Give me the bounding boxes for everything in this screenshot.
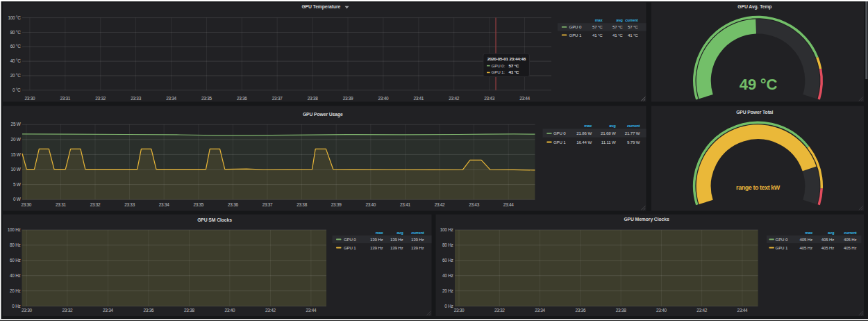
svg-text:23:30: 23:30 — [21, 202, 31, 207]
svg-text:avg: avg — [397, 231, 403, 235]
svg-text:current: current — [627, 124, 640, 128]
svg-text:23:38: 23:38 — [297, 202, 307, 207]
svg-text:10 W: 10 W — [11, 167, 22, 172]
svg-text:23:36: 23:36 — [575, 308, 585, 313]
svg-text:49 °C: 49 °C — [740, 76, 778, 93]
svg-text:GPU 1: GPU 1 — [569, 33, 582, 38]
svg-text:100 Hz: 100 Hz — [440, 227, 453, 232]
svg-text:405 Hz: 405 Hz — [800, 237, 813, 242]
svg-text:23:41: 23:41 — [400, 202, 410, 207]
svg-text:21.86 W: 21.86 W — [576, 131, 592, 135]
svg-text:23:37: 23:37 — [272, 96, 283, 101]
svg-text:57 °C: 57 °C — [612, 24, 623, 29]
svg-text:41 °C: 41 °C — [592, 33, 603, 38]
svg-text:GPU 1:: GPU 1: — [492, 69, 506, 74]
svg-text:57 °C: 57 °C — [628, 24, 638, 29]
svg-text:139 Hz: 139 Hz — [370, 245, 383, 250]
svg-text:23:31: 23:31 — [60, 96, 70, 101]
svg-text:11.11 W: 11.11 W — [601, 140, 616, 145]
svg-text:GPU 0: GPU 0 — [776, 237, 788, 242]
svg-text:80 Hz: 80 Hz — [10, 242, 20, 247]
svg-text:avg: avg — [609, 124, 616, 128]
svg-text:max: max — [584, 124, 592, 128]
svg-text:23:30: 23:30 — [25, 96, 35, 101]
svg-text:15 W: 15 W — [11, 152, 22, 157]
svg-text:60 °C: 60 °C — [10, 44, 21, 49]
svg-text:23:42: 23:42 — [449, 96, 459, 101]
svg-text:23:42: 23:42 — [265, 308, 276, 313]
svg-text:9.79 W: 9.79 W — [627, 140, 640, 145]
svg-text:max: max — [376, 231, 384, 235]
svg-text:GPU 1: GPU 1 — [553, 140, 566, 145]
svg-text:139 Hz: 139 Hz — [390, 245, 403, 250]
svg-text:range to text kW: range to text kW — [736, 184, 781, 191]
svg-text:23:32: 23:32 — [62, 308, 73, 313]
svg-text:57 °C: 57 °C — [508, 63, 519, 68]
svg-text:60 Hz: 60 Hz — [442, 258, 453, 263]
svg-text:23:32: 23:32 — [90, 202, 101, 207]
svg-text:60 Hz: 60 Hz — [10, 258, 20, 263]
svg-text:20 Hz: 20 Hz — [10, 288, 20, 293]
svg-text:GPU 0: GPU 0 — [569, 24, 582, 29]
svg-text:23:32: 23:32 — [95, 96, 106, 101]
svg-text:23:44: 23:44 — [737, 308, 748, 313]
svg-text:23:35: 23:35 — [201, 96, 212, 101]
svg-text:5 W: 5 W — [13, 182, 22, 187]
svg-text:23:40: 23:40 — [225, 308, 235, 313]
svg-text:21.77 W: 21.77 W — [625, 131, 640, 135]
svg-text:GPU 0: GPU 0 — [344, 237, 356, 242]
svg-text:41 °C: 41 °C — [628, 33, 638, 38]
svg-text:23:43: 23:43 — [484, 96, 494, 101]
svg-text:405 Hz: 405 Hz — [800, 245, 813, 250]
svg-text:23:36: 23:36 — [228, 202, 238, 207]
svg-text:139 Hz: 139 Hz — [411, 245, 424, 250]
svg-text:139 Hz: 139 Hz — [411, 237, 424, 242]
svg-text:23:36: 23:36 — [237, 96, 247, 101]
svg-text:23:44: 23:44 — [519, 96, 530, 101]
svg-text:23:39: 23:39 — [331, 202, 342, 207]
svg-text:23:34: 23:34 — [159, 202, 169, 207]
svg-text:current: current — [625, 18, 638, 22]
svg-text:80 °C: 80 °C — [10, 30, 21, 35]
svg-text:GPU Power Total: GPU Power Total — [736, 110, 773, 115]
svg-text:0 W: 0 W — [13, 197, 22, 201]
svg-text:100 Hz: 100 Hz — [8, 227, 21, 232]
svg-text:41 °C: 41 °C — [612, 33, 623, 38]
svg-text:23:39: 23:39 — [343, 96, 353, 101]
svg-text:25 W: 25 W — [11, 122, 22, 126]
svg-text:23:43: 23:43 — [469, 202, 479, 207]
svg-text:40 °C: 40 °C — [10, 58, 21, 63]
svg-text:23:35: 23:35 — [193, 202, 203, 207]
svg-text:405 Hz: 405 Hz — [844, 237, 857, 242]
svg-text:23:38: 23:38 — [308, 96, 318, 101]
svg-text:57 °C: 57 °C — [592, 24, 603, 29]
svg-text:GPU Avg. Temp: GPU Avg. Temp — [737, 4, 771, 10]
svg-text:GPU Temperature: GPU Temperature — [301, 4, 340, 10]
svg-text:23:33: 23:33 — [131, 96, 141, 101]
svg-text:100 °C: 100 °C — [8, 15, 21, 20]
svg-text:0 Hz: 0 Hz — [12, 304, 20, 308]
svg-text:0 Hz: 0 Hz — [444, 304, 453, 308]
svg-text:current: current — [844, 231, 857, 235]
svg-text:23:44: 23:44 — [503, 202, 514, 207]
svg-text:23:42: 23:42 — [696, 308, 707, 313]
svg-text:23:32: 23:32 — [494, 308, 505, 313]
svg-text:23:38: 23:38 — [616, 308, 626, 313]
svg-text:41 °C: 41 °C — [508, 69, 519, 74]
svg-text:0 °C: 0 °C — [12, 88, 21, 92]
svg-text:80 Hz: 80 Hz — [442, 242, 453, 247]
svg-text:16.44 W: 16.44 W — [576, 140, 592, 145]
svg-text:40 Hz: 40 Hz — [10, 273, 20, 278]
svg-text:2020-05-01 23:44:48: 2020-05-01 23:44:48 — [487, 56, 526, 61]
svg-text:GPU Memory Clocks: GPU Memory Clocks — [624, 217, 669, 222]
svg-text:GPU 1: GPU 1 — [344, 245, 356, 250]
svg-text:23:36: 23:36 — [144, 308, 154, 313]
svg-text:21.68 W: 21.68 W — [601, 131, 616, 135]
svg-text:GPU SM Clocks: GPU SM Clocks — [197, 217, 232, 222]
svg-text:139 Hz: 139 Hz — [370, 237, 383, 242]
svg-text:GPU 0:: GPU 0: — [492, 63, 506, 68]
svg-text:405 Hz: 405 Hz — [844, 245, 857, 250]
svg-text:23:30: 23:30 — [22, 308, 32, 313]
svg-text:23:34: 23:34 — [166, 96, 176, 101]
svg-text:405 Hz: 405 Hz — [821, 245, 835, 250]
